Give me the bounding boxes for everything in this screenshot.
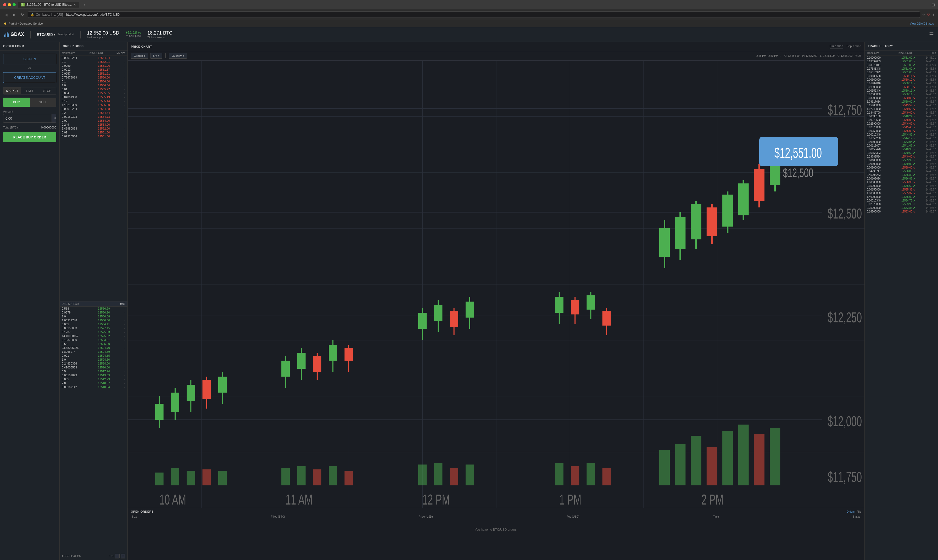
close-button[interactable]	[3, 3, 6, 6]
tab-depth-chart[interactable]: Depth chart	[846, 45, 861, 48]
bid-row[interactable]: 1.00919748 12550.00 -	[60, 318, 128, 322]
svg-rect-18	[203, 380, 211, 399]
bid-row[interactable]: 0.005 12534.41 -	[60, 322, 128, 326]
ask-row[interactable]: 0.04061968 12555.49 -	[60, 95, 128, 99]
logo-bar-2	[6, 34, 6, 37]
ask-row[interactable]: 0.1 12562.91 -	[60, 60, 128, 64]
aggregation-decrease[interactable]: −	[115, 554, 120, 558]
last-trade-label: Last trade price	[87, 36, 119, 39]
ask-row[interactable]: 0.01 12551.60 -	[60, 130, 128, 134]
bid-row[interactable]: 0.13370000 12533.01 -	[60, 338, 128, 342]
chart-canvas[interactable]: $12,750 $12,500 $12,250 $12,000 $11,750	[128, 60, 864, 508]
ask-my: -	[117, 135, 125, 138]
menu-icon[interactable]: ⋮	[932, 13, 935, 17]
ask-row[interactable]: 0.0257 12561.21 -	[60, 71, 128, 75]
place-order-button[interactable]: PLACE BUY ORDER	[3, 132, 56, 142]
ask-row[interactable]: 12.5216339 12555.00 -	[60, 103, 128, 107]
trade-size: 0.02590000	[867, 122, 889, 125]
bid-row[interactable]: 0.00167142 12510.34 -	[60, 385, 128, 389]
bid-row[interactable]: 0.00159653 12527.15 -	[60, 326, 128, 330]
ask-row[interactable]: 0.004 12555.55 -	[60, 91, 128, 95]
ask-row[interactable]: 0.0012 12561.67 -	[60, 68, 128, 71]
bid-row[interactable]: 0.9379 12550.10 -	[60, 311, 128, 315]
bid-size: 1.8965274	[62, 350, 83, 353]
amount-input[interactable]	[3, 114, 52, 123]
signin-button[interactable]: SIGN IN	[3, 54, 56, 65]
tab-market[interactable]: MARKET	[3, 88, 21, 94]
bid-row[interactable]: 1.8965274 12524.69 -	[60, 350, 128, 354]
trade-time: 14:45:57	[920, 89, 936, 92]
bid-row[interactable]: 0.001 12524.65 -	[60, 354, 128, 358]
view-status-link[interactable]: View GDAX Status	[910, 22, 934, 25]
tab-close[interactable]: ✕	[73, 3, 76, 6]
browser-tab[interactable]: 💹 $12551.00 - BTC to USD Bitco... ✕	[18, 2, 79, 8]
ask-row[interactable]: 0.1 12556.50 -	[60, 79, 128, 83]
tab-stop[interactable]: STOP	[38, 88, 56, 94]
back-button[interactable]: ◀	[3, 12, 9, 17]
ask-row[interactable]: 0.72678019 12560.00 -	[60, 75, 128, 79]
ask-row[interactable]: 0.07928506 12551.00 -	[60, 134, 128, 138]
bid-row[interactable]: 2.0 12510.37 -	[60, 381, 128, 385]
candle-label: Candle	[134, 54, 143, 57]
ask-my: -	[117, 115, 125, 118]
tab-price-chart[interactable]: Price chart	[830, 45, 844, 48]
bid-row[interactable]: 0.005 12512.29 -	[60, 377, 128, 381]
bid-row[interactable]: 14.400081573 12525.02 -	[60, 334, 128, 338]
ask-price: 12554.88	[90, 107, 110, 111]
svg-rect-67	[171, 468, 179, 485]
ask-row[interactable]: 0.00010284 12564.94 -	[60, 56, 128, 60]
tab-fills[interactable]: Fills	[857, 510, 861, 513]
bid-row[interactable]: 0.41005533 12520.00 -	[60, 366, 128, 369]
extensions-icon[interactable]: 🛡	[927, 13, 930, 17]
bid-row[interactable]: 1.0 12524.60 -	[60, 358, 128, 362]
trade-time: 14:45:57	[920, 104, 936, 107]
create-account-button[interactable]: CREATE ACCOUNT	[3, 72, 56, 83]
address-bar[interactable]: 🔒 Coinbase, Inc. [US] | https://www.gdax…	[28, 12, 920, 18]
ask-row[interactable]: 0.01 12555.77 -	[60, 87, 128, 91]
tab-limit[interactable]: LIMIT	[21, 88, 38, 94]
svg-rect-42	[571, 300, 579, 315]
bookmark-icon[interactable]: ☆	[922, 13, 925, 17]
reload-button[interactable]: ↻	[19, 12, 26, 17]
col-price: Price (USD)	[89, 52, 103, 54]
overlay-selector[interactable]: Overlay	[169, 53, 187, 58]
forward-button[interactable]: ▶	[11, 12, 17, 17]
hamburger-menu[interactable]: ☰	[929, 31, 934, 38]
ask-price: 12564.94	[90, 56, 110, 59]
bid-row[interactable]: 23.38025226 12524.70 -	[60, 346, 128, 350]
bid-row[interactable]: 0.00159829 12513.39 -	[60, 374, 128, 377]
timeframe-selector[interactable]: 5m	[150, 53, 162, 58]
ask-row[interactable]: 0.249 12553.00 -	[60, 123, 128, 126]
ask-my: -	[117, 56, 125, 59]
ohlc-time: 2:45 PM - 2:50 PM →	[757, 54, 781, 57]
maximize-button[interactable]	[12, 3, 16, 6]
bid-row[interactable]: 1.0 12550.08 -	[60, 315, 128, 318]
ask-row[interactable]: 0.2 12554.84 -	[60, 111, 128, 115]
aggregation-increase[interactable]: +	[121, 554, 125, 558]
buy-button[interactable]: BUY	[3, 98, 30, 107]
bid-row[interactable]: 0.1737 12525.03 -	[60, 330, 128, 334]
spread-value: 0.01	[120, 303, 125, 305]
ask-row[interactable]: 0.0259 12561.96 -	[60, 64, 128, 68]
candle-selector[interactable]: Candle	[131, 53, 148, 58]
minimize-button[interactable]	[8, 3, 11, 6]
bid-price: 12550.10	[90, 311, 110, 314]
sell-button[interactable]: SELL	[30, 98, 57, 107]
bid-row[interactable]: 6.5 12517.94 -	[60, 369, 128, 374]
bid-price: 12517.94	[90, 370, 110, 373]
svg-rect-32	[418, 313, 427, 329]
bid-row[interactable]: 0.24830326 12524.00 -	[60, 362, 128, 366]
tab-orders[interactable]: Orders	[847, 510, 855, 513]
product-selector[interactable]: BTC/USD Select product	[37, 32, 74, 37]
ask-row[interactable]: 0.00159303 12554.73 -	[60, 115, 128, 118]
trade-row: 0.02590000 12546.02 ↘ 14:45:57	[865, 122, 938, 125]
last-trade-block: 12,552.00 USD Last trade price	[87, 30, 119, 39]
ask-row[interactable]: 0.02 12554.00 -	[60, 118, 128, 123]
ask-row[interactable]: 0.12 12555.44 -	[60, 99, 128, 103]
ask-row[interactable]: 1.0 12556.04 -	[60, 83, 128, 87]
bid-row[interactable]: 0.588 12550.99 -	[60, 307, 128, 311]
ask-row[interactable]: 0.00010284 12554.88 -	[60, 107, 128, 111]
new-tab-button[interactable]: +	[81, 2, 88, 8]
ask-row[interactable]: 3.48990863 12552.00 -	[60, 126, 128, 130]
bid-row[interactable]: 0.68 12525.00 -	[60, 342, 128, 346]
